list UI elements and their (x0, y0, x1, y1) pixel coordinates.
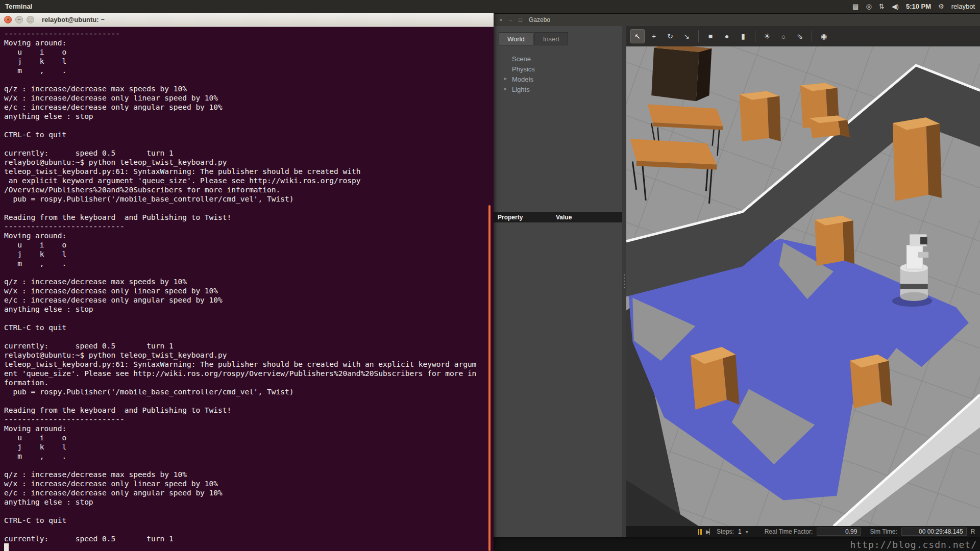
tree-item-label: Scene (512, 55, 531, 63)
rotate-tool-icon[interactable]: ↻ (663, 29, 677, 43)
maximize-icon[interactable]: □ (27, 16, 34, 23)
steps-value[interactable]: 1 (738, 528, 742, 535)
tree-item-scene[interactable]: Scene (512, 54, 622, 64)
gazebo-content: World Insert Scene Physics ▸ Models ▸ (494, 26, 980, 537)
bookshelf-right (893, 117, 942, 201)
directional-light-icon[interactable]: ⇘ (793, 29, 807, 43)
real-time-factor-value[interactable]: 0.99 (817, 528, 861, 536)
terminal-window: × − □ relaybot@ubuntu: ~ ---------------… (0, 13, 494, 551)
tree-item-physics[interactable]: Physics (512, 64, 622, 74)
system-tray: ▤ ◎ ⇅ ◀) 5:10 PM ⚙ relaybot (852, 3, 975, 10)
panel-tabs: World Insert (494, 32, 622, 45)
clock[interactable]: 5:10 PM (906, 3, 931, 10)
box-on-blue-right (850, 355, 892, 409)
terminal-output: -------------------------- Moving around… (4, 29, 494, 543)
gazebo-title: Gazebo (529, 16, 550, 23)
gazebo-viewport-column: ↖ + ↻ ↘ ■ ● ▮ ☀ ☼ ⇘ ◉ (626, 26, 980, 537)
csdn-watermark: http://blog.csdn.net/ (850, 539, 977, 550)
tree-item-label: Lights (512, 86, 530, 93)
gazebo-window: × − □ Gazebo World Insert Scene Physics (494, 14, 980, 537)
terminal-prompt-line (4, 543, 494, 551)
printer-indicator-icon[interactable]: ▤ (852, 3, 859, 10)
tree-item-models[interactable]: ▸ Models (512, 74, 622, 84)
scene-svg (626, 46, 980, 526)
real-time-factor-label: Real Time Factor: (765, 528, 813, 535)
gazebo-left-panel: World Insert Scene Physics ▸ Models ▸ (494, 26, 622, 537)
updown-arrows-icon[interactable]: ⇅ (879, 3, 885, 10)
maximize-icon[interactable]: □ (517, 17, 524, 23)
tab-insert[interactable]: Insert (534, 32, 569, 45)
select-tool-icon[interactable]: ↖ (630, 29, 645, 43)
gazebo-status-bar: ▶▏ Steps: 1 ▾ Real Time Factor: 0.99 Sim… (626, 526, 980, 537)
tree-item-label: Models (512, 76, 533, 83)
session-gear-icon[interactable]: ⚙ (938, 3, 944, 10)
property-table-body (494, 222, 622, 537)
panel-spacer (494, 94, 622, 212)
top-panel: Terminal ▤ ◎ ⇅ ◀) 5:10 PM ⚙ relaybot (0, 0, 980, 13)
toolbar-separator (698, 30, 699, 42)
gazebo-3d-viewport[interactable] (626, 46, 980, 526)
bookshelf-a (740, 91, 781, 141)
cylinder-shape-icon[interactable]: ▮ (736, 29, 750, 43)
toolbar-separator (812, 30, 812, 42)
tree-item-lights[interactable]: ▸ Lights (512, 84, 622, 94)
property-table-header: Property Value (494, 212, 622, 222)
step-button[interactable]: ▶▏ (706, 529, 713, 535)
expander-icon: ▸ (504, 86, 507, 91)
translate-tool-icon[interactable]: + (647, 29, 661, 43)
box-on-blue-left (691, 347, 740, 410)
box-shape-icon[interactable]: ■ (703, 29, 718, 43)
terminal-cursor (4, 543, 9, 551)
gazebo-toolbar: ↖ + ↻ ↘ ■ ● ▮ ☀ ☼ ⇘ ◉ (626, 26, 980, 46)
minimize-icon[interactable]: − (507, 17, 514, 23)
small-box (809, 116, 850, 138)
sim-time-label: Sim Time: (870, 528, 897, 535)
world-tree: Scene Physics ▸ Models ▸ Lights (494, 54, 622, 94)
terminal-titlebar[interactable]: × − □ relaybot@ubuntu: ~ (0, 13, 494, 27)
expander-icon: ▸ (504, 76, 507, 81)
real-time-label: R (971, 528, 975, 535)
sim-time-value[interactable]: 00 00:29:48.145 (901, 528, 967, 536)
pause-button[interactable] (698, 529, 702, 535)
dark-shelf (651, 46, 712, 101)
gazebo-titlebar[interactable]: × − □ Gazebo (494, 14, 980, 26)
panel-splitter[interactable] (622, 26, 626, 537)
toolbar-separator (755, 30, 755, 42)
session-user-label[interactable]: relaybot (951, 3, 975, 10)
point-light-icon[interactable]: ☀ (760, 29, 774, 43)
terminal-title: relaybot@ubuntu: ~ (42, 16, 105, 23)
minimize-icon[interactable]: − (15, 16, 23, 23)
scale-tool-icon[interactable]: ↘ (679, 29, 694, 43)
property-column-header[interactable]: Property (494, 214, 556, 221)
steps-label: Steps: (717, 528, 734, 535)
terminal-scrollbar[interactable] (488, 205, 491, 551)
terminal-body[interactable]: -------------------------- Moving around… (0, 27, 494, 551)
spot-light-icon[interactable]: ☼ (776, 29, 791, 43)
active-app-title: Terminal (5, 3, 32, 10)
close-icon[interactable]: × (4, 16, 12, 23)
sphere-shape-icon[interactable]: ● (720, 29, 734, 43)
screenshot-camera-icon[interactable]: ◉ (817, 29, 831, 43)
tree-item-label: Physics (512, 65, 535, 73)
box-inside-wall (815, 215, 854, 266)
steps-dropdown-icon[interactable]: ▾ (746, 529, 748, 535)
network-indicator-icon[interactable]: ◎ (866, 3, 871, 10)
value-column-header[interactable]: Value (556, 214, 572, 221)
close-icon[interactable]: × (498, 17, 504, 23)
volume-icon[interactable]: ◀) (892, 3, 899, 10)
tab-world[interactable]: World (499, 32, 533, 45)
